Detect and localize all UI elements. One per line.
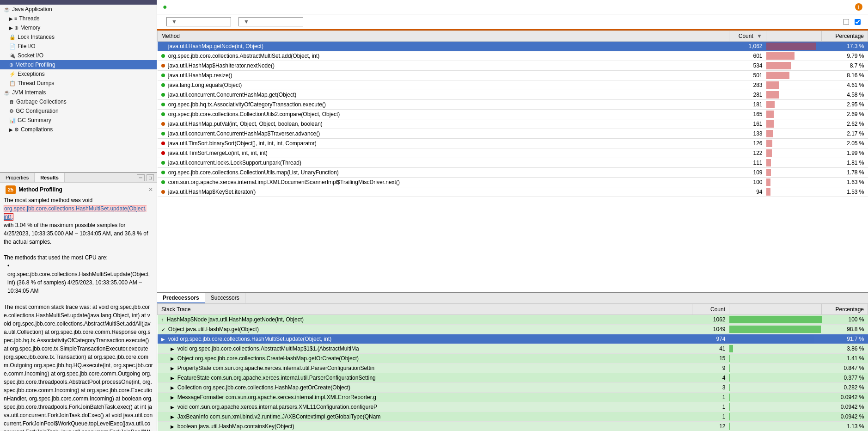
- sidebar-item-exceptions[interactable]: ⚡Exceptions: [0, 69, 157, 79]
- stack-bar-cell: [729, 315, 822, 325]
- count-cell: 161: [729, 119, 766, 129]
- stack-row[interactable]: ▶ boolean java.util.HashMap.containsKey(…: [158, 422, 868, 431]
- stack-row[interactable]: ↙ Object java.util.HashMap.get(Object) 1…: [158, 325, 868, 334]
- bar-visual: [766, 130, 773, 137]
- method-name: org.spec.jbb.core.collections.Collection…: [168, 169, 339, 176]
- stack-method-cell: ▶ JaxBeanInfo com.sun.xml.bind.v2.runtim…: [158, 412, 692, 422]
- stack-method-cell: ↙ Object java.util.HashMap.get(Object): [158, 325, 692, 334]
- method-cell: java.util.concurrent.ConcurrentHashMap.g…: [158, 90, 729, 100]
- stack-row[interactable]: ▶ JaxBeanInfo com.sun.xml.bind.v2.runtim…: [158, 412, 868, 422]
- table-row[interactable]: java.util.concurrent.locks.LockSupport.u…: [158, 158, 868, 168]
- sidebar-item-threads[interactable]: ▶≡Threads: [0, 14, 157, 23]
- stack-count-cell: 1062: [692, 315, 729, 325]
- pct-cell: 8.7 %: [822, 61, 868, 71]
- method-name: java.util.concurrent.locks.LockSupport.u…: [168, 160, 301, 166]
- sidebar-item-thread-dumps[interactable]: 📋Thread Dumps: [0, 79, 157, 88]
- maximize-panel-button[interactable]: □: [147, 174, 154, 181]
- pct-cell: 2.17 %: [822, 129, 868, 139]
- table-row[interactable]: org.spec.jbb.hq.tx.AssociativityOfCatego…: [158, 100, 868, 110]
- stack-row[interactable]: ▶ PropertyState com.sun.org.apache.xerce…: [158, 363, 868, 373]
- table-row[interactable]: java.lang.Long.equals(Object) 283 4.61 %: [158, 80, 868, 90]
- tab-results[interactable]: Results: [35, 173, 65, 182]
- stack-pct-cell: 100 %: [822, 315, 868, 325]
- bar-visual: [766, 101, 775, 108]
- sidebar-item-file-io[interactable]: 📄File I/O: [0, 42, 157, 51]
- stack-method-cell: ↑ HashMap$Node java.util.HashMap.getNode…: [158, 315, 692, 325]
- method-name: java.util.HashMap.putVal(int, Object, Ob…: [168, 121, 323, 127]
- stack-method-name: void org.spec.jbb.core.collections.HashM…: [168, 336, 332, 342]
- sidebar-item-lock-instances[interactable]: 🔒Lock Instances: [0, 32, 157, 42]
- bar-visual: [766, 169, 771, 176]
- stack-count-cell: 9: [692, 363, 729, 373]
- col-count[interactable]: Count ▼: [729, 31, 766, 42]
- stack-row[interactable]: ▶ void org.spec.jbb.core.collections.Abs…: [158, 344, 868, 354]
- focus-select[interactable]: ▼: [166, 17, 231, 26]
- sidebar-item-socket-io[interactable]: 🔌Socket I/O: [0, 51, 157, 60]
- table-row[interactable]: java.util.HashMap.putVal(int, Object, Ob…: [158, 119, 868, 129]
- table-row[interactable]: org.spec.jbb.core.collections.AbstractMu…: [158, 51, 868, 61]
- col-method[interactable]: Method: [158, 31, 729, 42]
- sidebar-item-gc-configuration[interactable]: ⚙GC Configuration: [0, 106, 157, 116]
- bar-cell: [766, 61, 822, 71]
- bar-cell: [766, 168, 822, 178]
- stack-row[interactable]: ▶ FeatureState com.sun.org.apache.xerces…: [158, 373, 868, 383]
- stack-row[interactable]: ▶ void com.sun.org.apache.xerces.interna…: [158, 402, 868, 412]
- tab-successors[interactable]: Successors: [205, 293, 245, 303]
- table-row[interactable]: java.util.HashMap.getNode(int, Object) 1…: [158, 42, 868, 51]
- stack-row[interactable]: ▶ void org.spec.jbb.core.collections.Has…: [158, 334, 868, 344]
- table-row[interactable]: org.spec.jbb.core.collections.Collection…: [158, 110, 868, 119]
- sidebar-item-memory[interactable]: ▶⊕Memory: [0, 23, 157, 32]
- col-pct[interactable]: Percentage: [822, 31, 868, 42]
- table-row[interactable]: java.util.concurrent.ConcurrentHashMap$T…: [158, 129, 868, 139]
- sidebar-item-compilations[interactable]: ▶⚙Compilations: [0, 125, 157, 134]
- stack-bar-cell: [729, 334, 822, 344]
- panel-close-button[interactable]: ✕: [148, 186, 153, 193]
- tab-properties[interactable]: Properties: [0, 173, 35, 182]
- same-threads-checkbox[interactable]: [855, 19, 861, 25]
- bar-cell: [766, 100, 822, 110]
- aspect-select[interactable]: ▼: [238, 17, 303, 26]
- table-row[interactable]: java.util.HashMap.resize() 501 8.16 %: [158, 71, 868, 80]
- info-icon[interactable]: i: [855, 3, 862, 11]
- count-cell: 281: [729, 90, 766, 100]
- tree-label: Garbage Collections: [16, 99, 67, 105]
- sidebar-item-garbage-collections[interactable]: 🗑Garbage Collections: [0, 97, 157, 106]
- method-dot: [161, 151, 165, 155]
- table-row[interactable]: com.sun.org.apache.xerces.internal.impl.…: [158, 178, 868, 187]
- tree-label: Lock Instances: [18, 34, 55, 40]
- panel-methods-title: The methods that used the most CPU are:: [4, 253, 153, 262]
- sidebar-item-java-app[interactable]: ☕Java Application: [0, 5, 157, 14]
- stack-bar: [729, 335, 814, 343]
- col-stack-trace[interactable]: Stack Trace: [158, 304, 692, 315]
- stack-row[interactable]: ▶ Object org.spec.jbb.core.collections.C…: [158, 354, 868, 363]
- stack-method-name: Collection org.spec.jbb.core.collections…: [177, 384, 350, 391]
- stack-row[interactable]: ▶ MessageFormatter com.sun.org.apache.xe…: [158, 393, 868, 402]
- sidebar-item-method-profiling[interactable]: ⊕Method Profiling: [0, 60, 157, 69]
- sidebar-item-jvm-internals[interactable]: ☕JVM Internals: [0, 88, 157, 97]
- table-row[interactable]: java.util.HashMap$KeySet.iterator() 94 1…: [158, 187, 868, 197]
- contained-checkbox[interactable]: [843, 19, 849, 25]
- count-cell: 165: [729, 110, 766, 119]
- sidebar-item-gc-summary[interactable]: 📊GC Summary: [0, 116, 157, 125]
- stack-row[interactable]: ↑ HashMap$Node java.util.HashMap.getNode…: [158, 315, 868, 325]
- minimize-panel-button[interactable]: ─: [137, 174, 145, 181]
- table-row[interactable]: java.util.TimSort.binarySort(Object[], i…: [158, 139, 868, 148]
- col-stack-pct[interactable]: Percentage: [822, 304, 868, 315]
- panel-link[interactable]: org.spec.jbb.core.collections.HashMultiS…: [4, 204, 153, 221]
- table-row[interactable]: java.util.TimSort.mergeLo(int, int, int,…: [158, 148, 868, 158]
- table-row[interactable]: org.spec.jbb.core.collections.Collection…: [158, 168, 868, 178]
- col-stack-count[interactable]: Count: [692, 304, 729, 315]
- pct-cell: 2.05 %: [822, 139, 868, 148]
- panel-stack-trace: The most common stack trace was: at void…: [4, 303, 153, 431]
- stack-row[interactable]: ▶ Collection org.spec.jbb.core.collectio…: [158, 383, 868, 393]
- tree-label: File I/O: [18, 43, 36, 49]
- bar-cell: [766, 178, 822, 187]
- table-row[interactable]: java.util.concurrent.ConcurrentHashMap.g…: [158, 90, 868, 100]
- tree-icon: ⚙: [14, 127, 19, 133]
- table-row[interactable]: java.util.HashMap$HashIterator.nextNode(…: [158, 61, 868, 71]
- tree-icon: ⊕: [9, 62, 13, 68]
- tab-predecessors[interactable]: Predecessors: [157, 293, 205, 303]
- stack-bar-cell: [729, 412, 822, 422]
- results-badge: 25: [6, 185, 16, 194]
- bar-cell: [766, 80, 822, 90]
